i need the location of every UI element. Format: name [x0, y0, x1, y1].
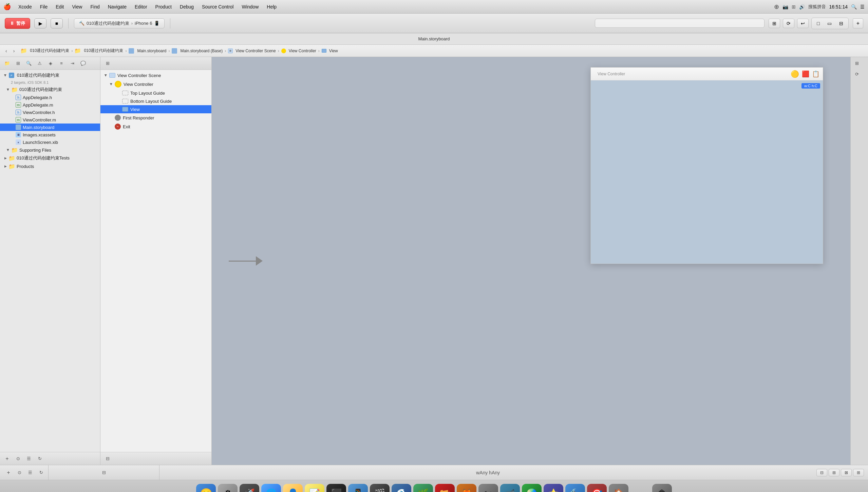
breadcrumb-storyboard-1[interactable]: Main.storyboard	[129, 48, 166, 54]
scheme-selector[interactable]: 🔨 010通过代码创建约束 › iPhone 6 📱	[74, 18, 165, 29]
scene-bottom-layout[interactable]: ▶ Bottom Layout Guide	[100, 97, 211, 105]
sidebar-supporting-files[interactable]: ▶ 📁 Supporting Files	[0, 146, 100, 154]
dock-xcode[interactable]: 🔨	[565, 484, 585, 492]
sidebar-btn-vc[interactable]: ⊞	[14, 60, 22, 67]
menu-debug[interactable]: Debug	[176, 3, 197, 10]
sidebar-project-item[interactable]: ▶ P 010通过代码创建约束	[0, 71, 100, 79]
toolbar-layout-btn-1[interactable]: ⊞	[769, 19, 780, 28]
dock-app9[interactable]: 🎯	[587, 484, 607, 492]
toolbar-stacked-pane[interactable]: ⊟	[836, 19, 847, 28]
breadcrumb-folder-2[interactable]: 📁 010通过代码创建约束	[75, 48, 123, 54]
sidebar-file-viewcontroller-m[interactable]: ▶ m ViewController.m	[0, 116, 100, 124]
breadcrumb-vc-scene[interactable]: ⊞ View Controller Scene	[228, 49, 276, 53]
breadcrumb-forward[interactable]: ›	[11, 48, 17, 54]
sidebar-file-appdelegate-h[interactable]: ▶ h AppDelegate.h	[0, 94, 100, 101]
dock-notes[interactable]: 📝	[305, 484, 324, 492]
sidebar-group-folder[interactable]: ▶ 📁 010通过代码创建约束	[0, 86, 100, 94]
size-class-btn-3[interactable]: ⊠	[841, 469, 852, 476]
sidebar-btn-warning[interactable]: ⚠	[35, 60, 44, 67]
menu-edit[interactable]: Edit	[52, 3, 67, 10]
sidebar-btn-search[interactable]: 🔍	[24, 60, 33, 67]
sidebar-refresh-btn[interactable]: ↻	[35, 455, 44, 462]
sidebar-sort-btn[interactable]: ☰	[24, 455, 33, 462]
menubar-list-icon[interactable]: ☰	[860, 4, 865, 10]
breadcrumb-storyboard-base[interactable]: Main.storyboard (Base)	[172, 48, 223, 54]
breadcrumb-view[interactable]: View	[322, 49, 338, 53]
apple-menu-icon[interactable]: 🍎	[3, 3, 11, 11]
dock-launchpad[interactable]: 🚀	[240, 484, 259, 492]
scene-vc-item[interactable]: ▶ View Controller	[100, 79, 211, 89]
menu-view[interactable]: View	[69, 3, 86, 10]
scene-first-responder[interactable]: ▶ First Responder	[100, 113, 211, 122]
menu-xcode[interactable]: Xcode	[15, 3, 35, 10]
dock-app3[interactable]: 🌿	[413, 484, 433, 492]
menu-editor[interactable]: Editor	[131, 3, 151, 10]
menu-help[interactable]: Help	[263, 3, 280, 10]
sidebar-products[interactable]: ▶ 📁 Products	[0, 162, 100, 170]
sidebar-btn-comment[interactable]: 💬	[79, 60, 88, 67]
dock-safari[interactable]: 🌐	[261, 484, 281, 492]
bottom-add-btn[interactable]: +	[4, 469, 13, 476]
menubar-icon-add[interactable]: ⊕	[774, 3, 779, 11]
dock-filezilla[interactable]: 📂	[435, 484, 455, 492]
dock-app8[interactable]: ⭐	[544, 484, 563, 492]
iphone-screen[interactable]: w:C h:C	[591, 80, 823, 264]
bottom-refresh-btn[interactable]: ↻	[37, 469, 45, 476]
bottom-list-btn[interactable]: ☰	[26, 469, 35, 476]
dock-finder[interactable]: 😊	[196, 484, 216, 492]
scene-top-layout[interactable]: ▶ Top Layout Guide	[100, 89, 211, 97]
sidebar-filter-btn[interactable]: ⊙	[14, 455, 22, 462]
dock-home[interactable]: 🏠	[609, 484, 628, 492]
menu-source-control[interactable]: Source Control	[199, 3, 237, 10]
sidebar-file-launchscreen-xib[interactable]: ▶ x LaunchScreen.xib	[0, 138, 100, 146]
sidebar-add-btn[interactable]: +	[3, 455, 12, 462]
sidebar-file-main-storyboard[interactable]: ▶ Main.storyboard	[0, 124, 100, 131]
inspector-btn-2[interactable]: ⟳	[851, 69, 862, 79]
dock-prefs[interactable]: ⚙	[218, 484, 238, 492]
toolbar-layout-btn-3[interactable]: ↩	[797, 19, 809, 28]
dock-app4[interactable]: 🦊	[457, 484, 476, 492]
menu-window[interactable]: Window	[238, 3, 262, 10]
menu-product[interactable]: Product	[152, 3, 175, 10]
breadcrumb-back[interactable]: ‹	[3, 48, 9, 54]
sidebar-file-images-xcassets[interactable]: ▶ ⊞ Images.xcassets	[0, 131, 100, 138]
play-button[interactable]: ▶	[34, 18, 46, 29]
sidebar-btn-list[interactable]: ≡	[57, 60, 66, 67]
size-class-btn-2[interactable]: ⊞	[829, 469, 839, 476]
menubar-search-icon[interactable]: 🔍	[851, 4, 857, 10]
bottom-filter-btn[interactable]: ⊙	[15, 469, 24, 476]
scene-layout-btn-2[interactable]: ⊟	[99, 469, 108, 476]
menu-find[interactable]: Find	[87, 3, 103, 10]
dock-overflow[interactable]: 🌊	[392, 484, 411, 492]
iphone-frame[interactable]: View Controller 🟡 🟥 📋 w:C h:C	[590, 67, 823, 264]
scene-exit[interactable]: ▶ ⤷ Exit	[100, 122, 211, 131]
scene-view-btn[interactable]: ⊞	[103, 60, 112, 67]
dock-app5[interactable]: ✂	[478, 484, 498, 492]
size-class-btn-4[interactable]: ⊞	[853, 469, 864, 476]
dock-app2[interactable]: 🎬	[370, 484, 390, 492]
scene-vc-scene[interactable]: ▶ View Controller Scene	[100, 71, 211, 79]
stop-button[interactable]: ⏸ 暂停	[5, 18, 30, 29]
inspector-btn-1[interactable]: ⊞	[851, 58, 862, 68]
menu-navigate[interactable]: Navigate	[105, 3, 130, 10]
sidebar-btn-bookmark[interactable]: ◈	[46, 60, 55, 67]
menu-file[interactable]: File	[37, 3, 51, 10]
scene-layout-btn[interactable]: ⊟	[103, 455, 112, 462]
dock-app1[interactable]: 📱	[348, 484, 368, 492]
sidebar-file-appdelegate-m[interactable]: ▶ m AppDelegate.m	[0, 101, 100, 109]
size-class-btn-1[interactable]: ⊟	[816, 469, 827, 476]
toolbar-single-pane[interactable]: □	[813, 19, 823, 28]
sidebar-btn-arrow[interactable]: ⇥	[68, 60, 77, 67]
menubar-ime[interactable]: 搜狐拼音	[808, 4, 826, 10]
sidebar-file-viewcontroller-h[interactable]: ▶ h ViewController.h	[0, 109, 100, 116]
dock-contacts[interactable]: 👤	[283, 484, 303, 492]
stop-square-button[interactable]: ■	[51, 18, 63, 29]
dock-app7[interactable]: 🌏	[522, 484, 542, 492]
storyboard-canvas[interactable]: View Controller 🟡 🟥 📋 w:C h:C	[212, 57, 850, 465]
scene-view-item[interactable]: ▶ View	[100, 105, 211, 113]
dock-terminal[interactable]: ⬛	[326, 484, 346, 492]
toolbar-split-pane[interactable]: ▭	[824, 19, 835, 28]
sidebar-btn-folder[interactable]: 📁	[3, 60, 12, 67]
toolbar-search[interactable]	[595, 19, 765, 28]
breadcrumb-folder-1[interactable]: 📁 010通过代码创建约束	[21, 48, 69, 54]
